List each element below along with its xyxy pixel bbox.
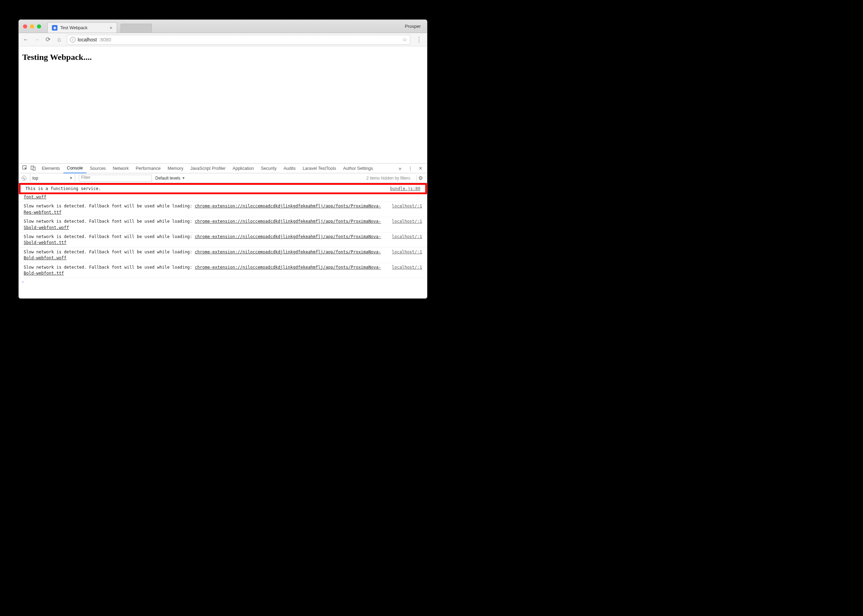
browser-menu-button[interactable]: ⋮ [414,36,424,44]
console-settings-icon[interactable]: ⚙ [417,175,424,181]
address-bar[interactable]: i localhost:8080 ☆ [67,35,410,44]
devtools-tab-audits[interactable]: Audits [280,163,299,173]
console-filter-input[interactable]: Filter [79,175,152,182]
device-toolbar-icon[interactable] [30,165,36,171]
page-heading: Testing Webpack.... [22,53,424,62]
console-prompt[interactable]: › [19,278,427,286]
bookmark-star-icon[interactable]: ☆ [402,36,407,43]
devtools-tab-elements[interactable]: Elements [38,163,63,173]
truncated-log-row: font.woff [19,194,427,202]
url-host: localhost [78,37,97,42]
new-tab-placeholder[interactable] [121,24,152,33]
log-source-link[interactable]: localhost/:1 [392,203,422,209]
log-row: Slow network is detected. Fallback font … [19,263,427,278]
dropdown-arrow-icon: ▼ [69,176,73,180]
devtools-tab-performance[interactable]: Performance [132,163,164,173]
devtools-tab-console[interactable]: Console [63,163,87,173]
devtools-tab-application[interactable]: Application [229,163,257,173]
browser-window: ◉ Test Webpack × Prosper ← → ⟳ ⌂ i local… [19,19,427,299]
log-message-text: This is a functioning service. [25,186,101,191]
svg-rect-2 [33,167,35,170]
devtools-more-tabs-button[interactable]: » [397,166,404,171]
reload-button[interactable]: ⟳ [44,36,52,43]
devtools-tab-javascript-profiler[interactable]: JavaScript Profiler [187,163,229,173]
log-message-text: Slow network is detected. Fallback font … [24,250,195,255]
log-message-text: Slow network is detected. Fallback font … [24,204,195,209]
log-row: Slow network is detected. Fallback font … [19,233,427,248]
log-message-text: Slow network is detected. Fallback font … [24,234,195,239]
devtools-tab-security[interactable]: Security [257,163,280,173]
devtools-tab-memory[interactable]: Memory [164,163,187,173]
window-minimize-button[interactable] [30,24,34,28]
devtools-tab-laravel-testtools[interactable]: Laravel TestTools [299,163,340,173]
tab-close-button[interactable]: × [109,25,112,30]
url-port: :8080 [99,37,111,42]
log-row: Slow network is detected. Fallback font … [19,217,427,233]
window-close-button[interactable] [23,24,27,28]
devtools-tab-bar: ElementsConsoleSourcesNetworkPerformance… [19,163,427,173]
log-source-link[interactable]: localhost/:1 [392,264,422,270]
tab-title: Test Webpack [60,25,87,30]
log-levels-label: Default levels [155,176,180,181]
log-link[interactable]: font.woff [24,195,46,200]
browser-tab[interactable]: ◉ Test Webpack × [47,22,117,33]
page-viewport: Testing Webpack.... [19,46,427,163]
hidden-items-text[interactable]: 2 items hidden by filters [366,176,410,181]
devtools-tab-sources[interactable]: Sources [87,163,109,173]
back-button[interactable]: ← [22,36,29,43]
tab-strip: ◉ Test Webpack × Prosper [19,20,427,33]
log-source-link[interactable]: bundle.js:80 [390,186,420,191]
log-row: Slow network is detected. Fallback font … [19,248,427,263]
log-source-link[interactable]: localhost/:1 [392,249,422,255]
clear-console-icon[interactable] [22,176,27,181]
log-source-link[interactable]: localhost/:1 [392,218,422,225]
browser-toolbar: ← → ⟳ ⌂ i localhost:8080 ☆ ⋮ [19,33,427,46]
devtools-close-button[interactable]: × [417,165,424,171]
site-info-icon[interactable]: i [70,37,76,42]
context-label: top [32,176,38,181]
console-filter-bar: top ▼ Filter Default levels ▼ 2 items hi… [19,173,427,183]
console-output: This is a functioning service. bundle.js… [19,183,427,298]
context-selector[interactable]: top ▼ [30,174,75,182]
profile-name[interactable]: Prosper [405,24,421,29]
log-message-text: Slow network is detected. Fallback font … [24,219,195,224]
forward-button[interactable]: → [33,36,40,43]
log-source-link[interactable]: localhost/:1 [392,234,422,240]
devtools-panel: ElementsConsoleSourcesNetworkPerformance… [19,163,427,298]
log-message-text: Slow network is detected. Fallback font … [24,265,195,270]
window-controls [19,24,45,28]
inspect-element-icon[interactable] [22,165,28,171]
highlighted-log-row: This is a functioning service. bundle.js… [19,183,427,194]
log-row: Slow network is detected. Fallback font … [19,202,427,217]
dropdown-arrow-icon: ▼ [182,176,185,180]
home-button[interactable]: ⌂ [56,36,63,43]
devtools-menu-button[interactable]: ⋮ [406,166,415,171]
log-levels-selector[interactable]: Default levels ▼ [155,176,185,181]
favicon-icon: ◉ [52,25,57,31]
window-maximize-button[interactable] [37,24,41,28]
devtools-tab-network[interactable]: Network [109,163,132,173]
devtools-tab-author-settings[interactable]: Author Settings [340,163,376,173]
